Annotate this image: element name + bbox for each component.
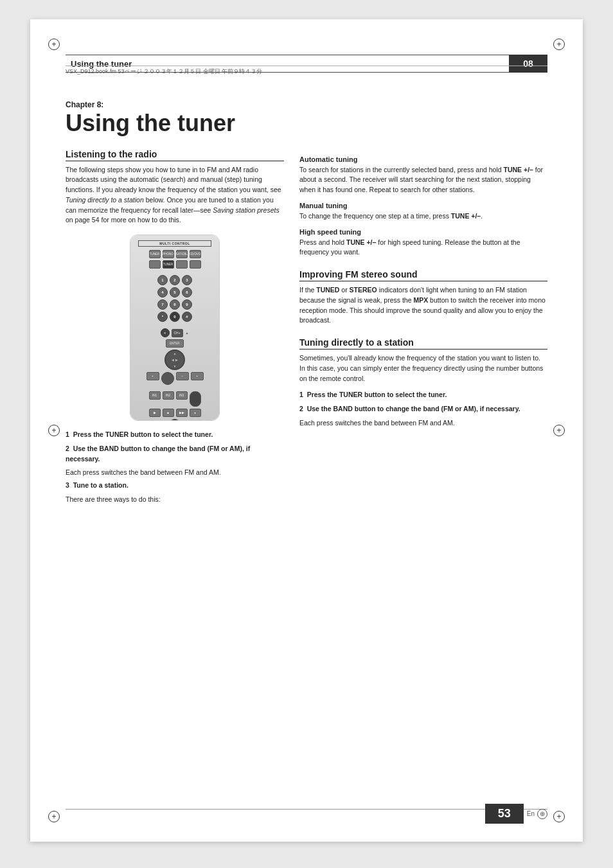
remote-minus-btn: – xyxy=(176,372,189,380)
remote-plus-btn: + xyxy=(147,372,159,380)
left-step3-sub: There are three ways to do this: xyxy=(66,495,284,505)
remote-btn-3: SAT/CBL xyxy=(176,250,188,258)
sub-heading-auto: Automatic tuning xyxy=(299,155,547,163)
remote-btn-hash: # xyxy=(182,312,192,322)
remote-btn-num6: 6 xyxy=(182,287,192,297)
remote-round-btn xyxy=(190,391,201,407)
remote-center-circle xyxy=(161,372,174,385)
remote-btn-7 xyxy=(176,260,188,269)
remote-stop-btn: ■ xyxy=(163,409,174,417)
remote-btn-1: TUNER xyxy=(149,250,161,258)
reg-mark-br xyxy=(553,811,565,822)
reg-mark-tr xyxy=(553,39,565,50)
remote-input2: IN2 xyxy=(163,391,174,400)
section-heading-fm-stereo: Improving FM stereo sound xyxy=(299,269,547,281)
reg-mark-bl xyxy=(48,811,60,822)
remote-btn-2: PHONO xyxy=(163,250,174,258)
intro-paragraph: The following steps show you how to tune… xyxy=(66,165,284,226)
reg-mark-ml xyxy=(48,425,60,436)
right-step2: 2 Use the BAND button to change the band… xyxy=(299,404,547,414)
right-step2-sub: Each press switches the band between FM … xyxy=(299,418,547,429)
auto-tuning-text: To search for stations in the currently … xyxy=(299,165,547,195)
remote-btn-num1: 1 xyxy=(157,275,168,285)
left-step2-sub: Each press switches the band between FM … xyxy=(66,468,284,478)
remote-btn-num4: 4 xyxy=(157,287,168,297)
remote-btn-num9: 9 xyxy=(182,299,192,310)
page-number-area: 53 En ⊕ xyxy=(485,804,547,824)
remote-btn-star: * xyxy=(157,312,168,322)
remote-btn-5 xyxy=(149,260,161,269)
remote-input3: IN3 xyxy=(176,391,188,400)
highspeed-tuning-text: Press and hold TUNE +/– for high speed t… xyxy=(299,238,547,258)
remote-btn-6: TUNER xyxy=(163,260,174,269)
section-heading-tuning-direct: Tuning directly to a station xyxy=(299,337,547,350)
remote-input1: IN1 xyxy=(149,391,161,400)
page-crosshair: ⊕ xyxy=(537,809,547,819)
section-heading-listening: Listening to the radio xyxy=(66,149,284,161)
chapter-title: Using the tuner xyxy=(66,111,547,136)
bottom-bar xyxy=(66,809,547,810)
remote-control-image: MULTI CONTROL TUNER PHONO SAT/CBL CD/DVD… xyxy=(130,235,220,421)
remote-rec-btn: ● xyxy=(190,409,201,417)
page-lang: En xyxy=(527,810,535,817)
remote-center-btn: CH+ xyxy=(172,329,183,337)
remote-enter-btn: ENTER xyxy=(166,339,184,348)
left-step1: 1 Press the TUNER button to select the t… xyxy=(66,430,284,440)
remote-btn-4: CD/DVD xyxy=(190,250,201,258)
chapter-label: Chapter 8: xyxy=(66,100,547,109)
manual-tuning-text: To change the frequency one step at a ti… xyxy=(299,211,547,222)
file-info: VSX_D912.book.fm 53ページ ２００３年１２月５日 金曜日 午前… xyxy=(66,66,547,76)
page-number: 53 xyxy=(485,804,524,824)
remote-bottom-btn xyxy=(169,419,181,421)
reg-mark-tl xyxy=(48,39,60,50)
remote-skip-btn: ▶▶ xyxy=(176,409,188,417)
content-area: Chapter 8: Using the tuner Listening to … xyxy=(66,89,547,806)
left-column: Listening to the radio The following ste… xyxy=(66,149,284,508)
remote-btn-num8: 8 xyxy=(170,299,180,310)
right-step1: 1 Press the TUNER button to select the t… xyxy=(299,390,547,400)
remote-dial: ◀ ▶ ▲ ▼ xyxy=(164,350,185,370)
two-column-layout: Listening to the radio The following ste… xyxy=(66,149,547,508)
remote-btn-num3: 3 xyxy=(182,275,192,285)
remote-side-btn: ▲ xyxy=(185,330,190,335)
remote-btn-8 xyxy=(190,260,201,269)
remote-btn-num7: 7 xyxy=(157,299,168,310)
tuning-direct-text: Sometimes, you'll already know the frequ… xyxy=(299,353,547,384)
left-step2: 2 Use the BAND button to change the band… xyxy=(66,444,284,465)
reg-mark-mr xyxy=(553,425,565,436)
sub-heading-manual: Manual tuning xyxy=(299,202,547,209)
remote-btn-num2: 2 xyxy=(170,275,180,285)
page: Using the tuner 08 VSX_D912.book.fm 53ペー… xyxy=(30,19,583,842)
remote-btn-num0: 0 xyxy=(170,312,180,322)
left-step3: 3 Tune to a station. xyxy=(66,481,284,491)
sub-heading-highspeed: High speed tuning xyxy=(299,228,547,236)
fm-stereo-text: If the TUNED or STEREO indicators don't … xyxy=(299,285,547,326)
remote-label: MULTI CONTROL xyxy=(138,240,211,247)
remote-play-btn: ▶ xyxy=(149,409,161,417)
remote-btn-num5: 5 xyxy=(170,287,180,297)
right-column: Automatic tuning To search for stations … xyxy=(299,149,547,508)
remote-dot-btn: ● xyxy=(161,328,170,337)
remote-plus2-btn: + xyxy=(191,372,204,380)
